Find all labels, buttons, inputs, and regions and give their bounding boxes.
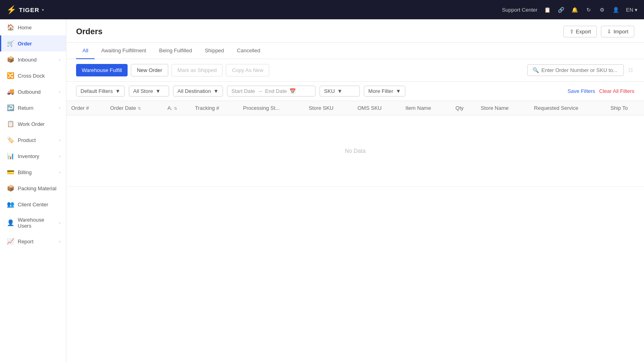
- copy-as-new-button[interactable]: Copy As New: [226, 64, 269, 76]
- sidebar-chevron-product: ›: [59, 138, 60, 142]
- sidebar-icon-product: 🏷️: [7, 136, 14, 144]
- tab-shipped[interactable]: Shipped: [198, 43, 231, 59]
- clipboard-icon[interactable]: 📋: [544, 6, 551, 13]
- col-label-store-name: Store Name: [481, 105, 508, 111]
- sidebar-icon-inventory: 📊: [7, 152, 14, 160]
- more-filter-chevron: ▼: [396, 88, 401, 94]
- language-selector[interactable]: EN ▾: [626, 7, 638, 13]
- search-box: 🔍: [527, 64, 624, 76]
- sidebar-item-client-center[interactable]: 👥 Client Center: [0, 196, 66, 212]
- sidebar-item-inventory[interactable]: 📊 Inventory ›: [0, 148, 66, 164]
- sidebar-icon-order: 🛒: [7, 40, 14, 47]
- col-label-order-num: Order #: [71, 105, 89, 111]
- settings-icon[interactable]: ⚙: [599, 6, 606, 13]
- tab-awaiting-fulfillment[interactable]: Awaiting Fulfillment: [95, 43, 153, 59]
- sidebar-item-work-order[interactable]: 📋 Work Order: [0, 116, 66, 132]
- sidebar-item-left-inventory: 📊 Inventory: [7, 152, 39, 160]
- date-arrow-icon: →: [258, 88, 263, 94]
- mark-as-shipped-button[interactable]: Mark as Shipped: [171, 64, 223, 76]
- grid-view-icon[interactable]: ☷: [627, 67, 634, 74]
- sort-icon-order-date[interactable]: ⇅: [138, 106, 141, 111]
- layout: 🏠 Home 🛒 Order 📦 Inbound › 🔀 Cross Dock: [0, 19, 644, 362]
- support-center-link[interactable]: Support Center: [502, 7, 537, 13]
- tab-all[interactable]: All: [76, 43, 95, 59]
- all-destination-label: All Destination: [178, 88, 211, 94]
- start-date-label: Start Date: [231, 88, 255, 94]
- sku-select[interactable]: SKU ▼: [320, 86, 360, 97]
- sidebar-icon-packing-material: 📦: [7, 185, 14, 192]
- all-destination-chevron: ▼: [213, 88, 219, 94]
- col-label-tracking: Tracking #: [195, 105, 219, 111]
- tab-being-fulfilled[interactable]: Being Fulfilled: [153, 43, 198, 59]
- sidebar-icon-cross-dock: 🔀: [7, 72, 14, 79]
- sidebar-label-return: Return: [18, 105, 33, 111]
- tab-cancelled[interactable]: Cancelled: [231, 43, 267, 59]
- brand-name[interactable]: TIGER: [19, 6, 39, 13]
- col-header-a[interactable]: A.⇅: [163, 101, 190, 115]
- all-destination-select[interactable]: All Destination ▼: [173, 86, 223, 97]
- refresh-icon[interactable]: ↻: [585, 6, 592, 13]
- logo-icon: ⚡: [6, 5, 17, 14]
- brand-dropdown-icon[interactable]: ▾: [42, 8, 44, 12]
- col-label-order-date: Order Date: [110, 105, 136, 111]
- sidebar-item-left-work-order: 📋 Work Order: [7, 120, 45, 128]
- filter-actions: Save Filters Clear All Filters: [568, 88, 634, 94]
- col-label-oms-sku: OMS SKU: [357, 105, 382, 111]
- export-label: Export: [576, 29, 591, 35]
- no-data-row: No Data: [66, 115, 644, 187]
- import-button[interactable]: ⇩ Import: [601, 26, 634, 37]
- date-range-picker[interactable]: Start Date → End Date 📅: [227, 86, 316, 97]
- save-filters-button[interactable]: Save Filters: [568, 88, 595, 94]
- sidebar-item-left-packing-material: 📦 Packing Material: [7, 185, 56, 192]
- bell-icon[interactable]: 🔔: [571, 6, 578, 13]
- col-header-qty: Qty: [451, 101, 476, 115]
- page-header: Orders ⇧ Export ⇩ Import: [66, 19, 644, 43]
- sidebar-item-product[interactable]: 🏷️ Product ›: [0, 132, 66, 148]
- new-order-button[interactable]: New Order: [131, 64, 168, 76]
- all-store-select[interactable]: All Store ▼: [129, 86, 169, 97]
- header-actions: ⇧ Export ⇩ Import: [564, 26, 634, 37]
- export-icon: ⇧: [570, 29, 574, 35]
- col-label-processing-st: Processing St...: [243, 105, 280, 111]
- orders-table: Order #Order Date⇅A.⇅Tracking #Processin…: [66, 101, 644, 187]
- sidebar-icon-outbound: 🚚: [7, 88, 14, 95]
- sidebar-item-left-outbound: 🚚 Outbound: [7, 88, 41, 95]
- all-store-chevron: ▼: [155, 88, 161, 94]
- sort-icon-a[interactable]: ⇅: [174, 106, 177, 111]
- warehouse-fulfill-button[interactable]: Warehouse Fulfill: [76, 64, 128, 76]
- sidebar-item-left-client-center: 👥 Client Center: [7, 201, 48, 208]
- search-icon: 🔍: [533, 67, 539, 73]
- search-input[interactable]: [541, 67, 619, 73]
- clear-all-filters-button[interactable]: Clear All Filters: [599, 88, 634, 94]
- sidebar-label-billing: Billing: [18, 169, 32, 175]
- sidebar-chevron-outbound: ›: [59, 90, 60, 94]
- sidebar-item-cross-dock[interactable]: 🔀 Cross Dock: [0, 68, 66, 84]
- sidebar-chevron-inbound: ›: [59, 58, 60, 62]
- user-icon[interactable]: 👤: [612, 6, 619, 13]
- sidebar-item-report[interactable]: 📈 Report ›: [0, 233, 66, 249]
- export-button[interactable]: ⇧ Export: [564, 26, 597, 37]
- sidebar-icon-warehouse-users: 👤: [7, 219, 14, 226]
- sidebar-chevron-inventory: ›: [59, 154, 60, 158]
- sidebar-item-left-return: ↩️ Return: [7, 104, 33, 111]
- sidebar-label-product: Product: [18, 137, 36, 143]
- sidebar-item-left-home: 🏠 Home: [7, 24, 32, 31]
- col-header-order-date[interactable]: Order Date⇅: [105, 101, 163, 115]
- sidebar: 🏠 Home 🛒 Order 📦 Inbound › 🔀 Cross Dock: [0, 19, 66, 362]
- sidebar-item-outbound[interactable]: 🚚 Outbound ›: [0, 84, 66, 100]
- sidebar-item-return[interactable]: ↩️ Return ›: [0, 100, 66, 116]
- sidebar-item-home[interactable]: 🏠 Home: [0, 19, 66, 35]
- sidebar-item-inbound[interactable]: 📦 Inbound ›: [0, 51, 66, 68]
- sidebar-item-packing-material[interactable]: 📦 Packing Material: [0, 180, 66, 196]
- share-icon[interactable]: 🔗: [557, 6, 565, 13]
- col-header-store-name: Store Name: [476, 101, 529, 115]
- col-label-ship-to: Ship To: [611, 105, 628, 111]
- sidebar-item-warehouse-users[interactable]: 👤 Warehouse Users ›: [0, 212, 66, 233]
- sidebar-label-packing-material: Packing Material: [18, 185, 56, 191]
- sidebar-item-billing[interactable]: 💳 Billing ›: [0, 164, 66, 180]
- sidebar-item-left-billing: 💳 Billing: [7, 169, 32, 176]
- sidebar-item-order[interactable]: 🛒 Order: [0, 35, 66, 51]
- default-filters-select[interactable]: Default Filters ▼: [76, 86, 125, 97]
- filters-bar: Default Filters ▼ All Store ▼ All Destin…: [66, 82, 644, 101]
- more-filter-select[interactable]: More Filter ▼: [364, 86, 405, 97]
